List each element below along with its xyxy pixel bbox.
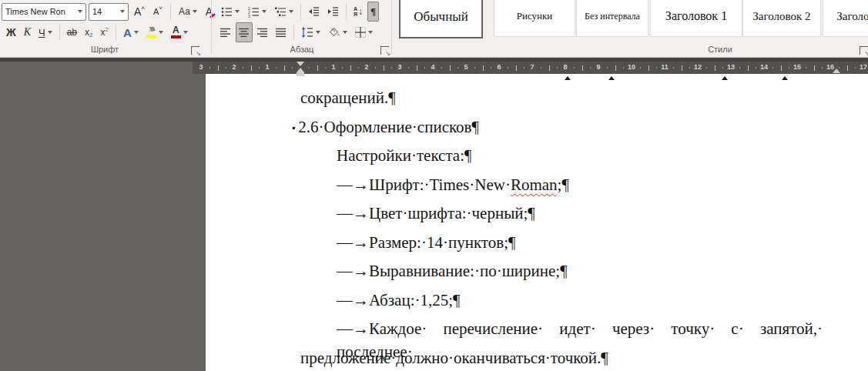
doc-text: ;¶	[558, 175, 569, 194]
doc-line[interactable]: Настройки·текста:¶	[337, 144, 472, 167]
left-indent-icon	[297, 72, 304, 76]
word-window: { "colors": { "highlight": "#ffff00", "f…	[0, 0, 868, 371]
document-text-layer: сокращений.¶▪2.6·Оформление·списков¶Наст…	[0, 0, 868, 371]
doc-line[interactable]: —→Абзац:·1,25;¶	[337, 289, 461, 312]
doc-line[interactable]: —→Выравнивание:·по·ширине;¶	[337, 259, 568, 282]
heading-bullet-icon: ▪	[292, 122, 295, 133]
clipped-text-mark	[722, 76, 728, 80]
clipped-text-mark	[782, 76, 788, 80]
clipped-text-mark	[565, 76, 571, 80]
right-indent-marker[interactable]	[833, 69, 840, 73]
first-line-indent-icon	[297, 62, 304, 66]
misspelled-word[interactable]: Roman	[511, 175, 558, 194]
doc-line[interactable]: —→Цвет·шрифта:·черный;¶	[337, 202, 535, 225]
doc-line[interactable]: предложение·должно·оканчиваться·точкой.¶	[300, 346, 608, 369]
first-line-indent-marker[interactable]	[297, 62, 304, 76]
doc-line[interactable]: —→Шрифт:·Times·New·Roman;¶	[337, 173, 569, 196]
clipped-text-mark	[608, 76, 615, 80]
doc-text: —→Шрифт:·Times·New·	[337, 175, 511, 194]
doc-line[interactable]: ▪2.6·Оформление·списков¶	[292, 115, 479, 141]
doc-line[interactable]: —→Размер:·14·пунктов;¶	[337, 231, 516, 254]
doc-line[interactable]: сокращений.¶	[300, 86, 396, 109]
